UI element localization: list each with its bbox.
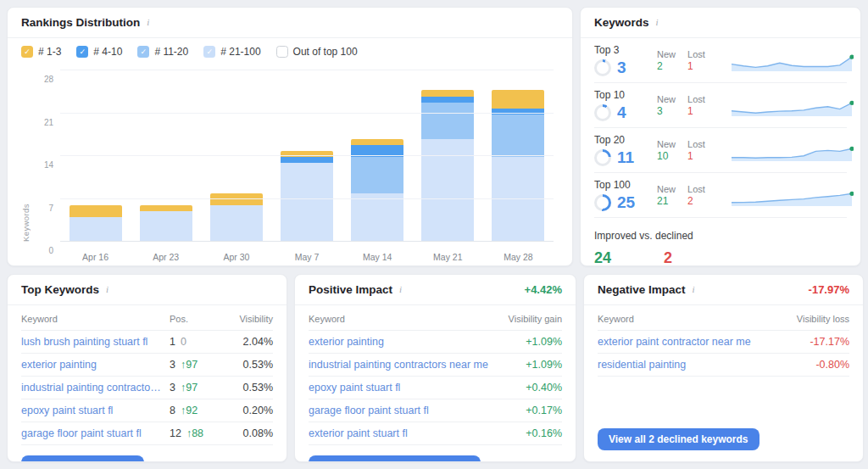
info-icon[interactable]: i: [399, 285, 402, 294]
bar-segment: [351, 157, 403, 193]
new-count: 3: [657, 105, 676, 117]
checkbox-checked-icon[interactable]: ✓: [76, 46, 88, 58]
checkbox-unchecked-icon[interactable]: [276, 46, 288, 58]
bucket-label: Top 3: [594, 44, 657, 56]
keywords-summary-row: Top 20 11 New10 Lost1: [594, 128, 847, 173]
info-icon[interactable]: i: [147, 18, 149, 27]
x-tick-label: Apr 30: [201, 252, 271, 262]
x-tick-label: May 14: [342, 252, 413, 262]
sparkline: [730, 139, 854, 163]
table-row: industrial painting contractors near me …: [309, 353, 562, 376]
improved-declined-gauge: [618, 246, 657, 265]
impact-value: -17.17%: [810, 336, 849, 348]
col-visibility-gain: Visibility gain: [509, 314, 562, 324]
checkbox-checked-icon[interactable]: ✓: [21, 46, 33, 58]
table-header: Keyword Pos. Visibility: [21, 305, 273, 330]
bar-segment: [281, 157, 333, 163]
legend-checkbox-item[interactable]: ✓# 4-10: [76, 46, 122, 58]
chart-plot-area: 07142128: [60, 70, 554, 242]
rankings-header: Rankings Distribution i: [8, 8, 572, 38]
table-row: exterior painting +1.09%: [309, 330, 562, 353]
bar-segment: [421, 90, 474, 96]
col-keyword: Keyword: [598, 314, 797, 324]
negative-impact-total: -17.97%: [809, 283, 849, 296]
legend-checkbox-item[interactable]: ✓# 21-100: [203, 46, 260, 58]
position-value: 3: [170, 382, 175, 394]
position-change: 0: [181, 336, 186, 348]
col-keyword: Keyword: [21, 314, 170, 324]
keyword-link[interactable]: lush brush painting stuart fl: [21, 336, 170, 348]
keywords-title: Keywords: [594, 16, 649, 29]
x-tick-label: May 7: [271, 252, 342, 262]
lost-label: Lost: [687, 49, 705, 59]
x-tick-label: Apr 16: [60, 252, 131, 262]
view-all-keywords-button[interactable]: View all 49 keywords: [21, 455, 144, 462]
keyword-link[interactable]: industrial painting contractors near me: [21, 382, 170, 394]
keyword-link[interactable]: exterior painting: [309, 336, 526, 348]
bar-segment: [351, 193, 403, 242]
keyword-link[interactable]: garage floor paint stuart fl: [309, 405, 526, 416]
info-icon[interactable]: i: [656, 18, 659, 27]
impact-value: +0.16%: [526, 427, 562, 439]
bar-segment: [281, 163, 333, 242]
bar-segment: [492, 109, 544, 114]
bar-column: [131, 70, 201, 242]
table-row: exterior painting 3↑97 0.53%: [21, 353, 273, 376]
info-icon[interactable]: i: [106, 285, 108, 294]
legend-checkbox-item[interactable]: ✓# 11-20: [137, 46, 188, 58]
view-improved-keywords-button[interactable]: View all 24 improved keywords: [309, 455, 481, 462]
table-row: garage floor paint stuart fl 12↑88 0.08%: [21, 422, 273, 445]
bar-segment: [70, 217, 122, 242]
rankings-distribution-panel: Rankings Distribution i ✓# 1-3✓# 4-10✓# …: [7, 7, 573, 266]
position-change: ↑92: [181, 405, 198, 416]
keyword-link[interactable]: exterior paint contractor near me: [598, 336, 810, 348]
position-value: 1: [170, 336, 175, 348]
keyword-link[interactable]: exterior paint stuart fl: [309, 427, 526, 439]
table-header: Keyword Visibility loss: [598, 305, 849, 330]
legend-label: # 1-3: [38, 46, 61, 58]
position-change: ↑97: [181, 359, 198, 371]
position-value: 12: [170, 427, 181, 439]
lost-count: 1: [687, 60, 705, 72]
lost-count: 1: [687, 105, 705, 117]
legend-checkbox-item[interactable]: Out of top 100: [276, 46, 358, 58]
keywords-summary-row: Top 10 4 New3 Lost1: [594, 83, 847, 128]
keyword-link[interactable]: residential painting: [598, 359, 815, 371]
new-label: New: [657, 139, 676, 149]
bar-segment: [421, 139, 474, 242]
checkbox-checked-icon[interactable]: ✓: [203, 46, 215, 58]
sparkline: [730, 184, 854, 208]
bar-segment: [492, 114, 544, 157]
lost-label: Lost: [687, 184, 705, 194]
keyword-link[interactable]: garage floor paint stuart fl: [21, 427, 170, 439]
top-keywords-title: Top Keywords: [21, 283, 99, 296]
x-tick-label: May 28: [483, 252, 554, 262]
bar-segment: [421, 97, 474, 103]
info-icon[interactable]: i: [693, 285, 695, 294]
declined-count: 2: [664, 250, 672, 265]
keyword-link[interactable]: industrial painting contractors near me: [309, 359, 526, 371]
legend-checkbox-item[interactable]: ✓# 1-3: [21, 46, 61, 58]
keyword-link[interactable]: exterior painting: [21, 359, 170, 371]
col-keyword: Keyword: [309, 314, 509, 324]
checkbox-checked-icon[interactable]: ✓: [137, 46, 149, 58]
bottom-row: Top Keywords i Keyword Pos. Visibility l…: [7, 274, 861, 462]
col-visibility-loss: Visibility loss: [797, 314, 849, 324]
gridline: 7: [60, 198, 554, 199]
new-count: 2: [657, 60, 676, 72]
new-label: New: [657, 184, 676, 194]
table-row: industrial painting contractors near me …: [21, 376, 273, 399]
bar-segment: [492, 90, 544, 108]
keyword-link[interactable]: epoxy paint stuart fl: [309, 382, 526, 394]
top-keywords-panel: Top Keywords i Keyword Pos. Visibility l…: [7, 274, 287, 462]
new-label: New: [657, 94, 676, 104]
improved-count: 24: [594, 250, 611, 265]
y-tick-label: 21: [30, 118, 53, 127]
positive-impact-title: Positive Impact: [309, 283, 392, 296]
chart-bars: [60, 70, 554, 242]
view-declined-keywords-button[interactable]: View all 2 declined keywords: [598, 428, 760, 450]
keyword-link[interactable]: epoxy paint stuart fl: [21, 405, 170, 416]
legend-label: # 21-100: [220, 46, 260, 58]
gridline: 21: [60, 113, 554, 114]
sparkline-svg: [730, 49, 854, 73]
